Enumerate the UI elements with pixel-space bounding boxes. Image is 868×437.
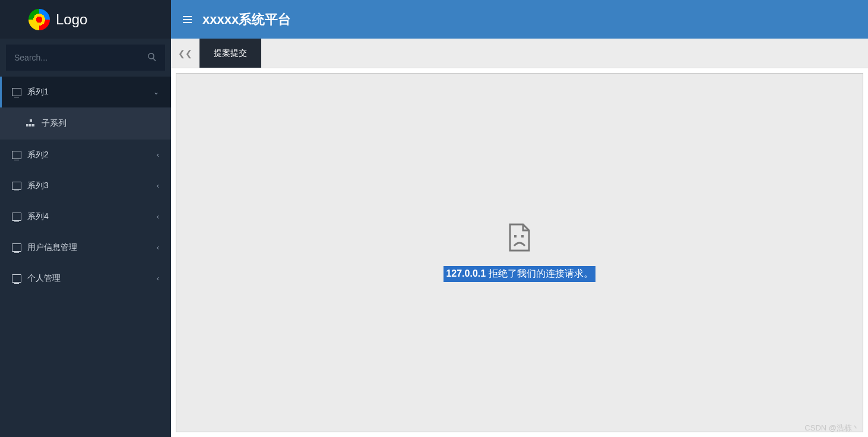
broken-page-icon — [508, 223, 531, 252]
sidebar-item-personal[interactable]: 个人管理 ‹ — [0, 263, 171, 294]
monitor-icon — [12, 213, 21, 221]
sidebar-item-series2[interactable]: 系列2 ‹ — [0, 140, 171, 170]
tab-bar: ❮❮ 提案提交 — [171, 39, 868, 68]
sidebar-item-label: 系列4 — [27, 211, 157, 222]
search-icon[interactable] — [147, 52, 157, 64]
sidebar-submenu: 子系列 — [0, 107, 171, 140]
logo-area: Logo — [0, 0, 171, 39]
logo-text: Logo — [56, 11, 87, 28]
chevron-left-icon: ‹ — [157, 274, 159, 283]
monitor-icon — [12, 243, 21, 252]
nav-menu: 系列1 ⌄ 子系列 系列2 ‹ 系列3 ‹ 系列4 — [0, 77, 171, 437]
chevron-left-icon: ‹ — [157, 151, 159, 159]
watermark: CSDN @浩栋丶 — [804, 423, 860, 433]
sidebar-subitem[interactable]: 子系列 — [0, 107, 171, 140]
chevron-down-icon: ⌄ — [153, 88, 159, 96]
sidebar-item-label: 子系列 — [42, 118, 159, 129]
search-box — [6, 45, 165, 71]
chevron-left-icon: ‹ — [157, 213, 159, 221]
sidebar-item-label: 系列2 — [27, 150, 157, 160]
sidebar-item-label: 系列1 — [27, 87, 153, 97]
error-message: 127.0.0.1 拒绝了我们的连接请求。 — [443, 266, 595, 282]
sidebar-item-label: 用户信息管理 — [27, 242, 157, 253]
app-title: xxxxx系统平台 — [202, 11, 291, 28]
hamburger-icon[interactable] — [183, 14, 192, 25]
monitor-icon — [12, 182, 21, 190]
sidebar-item-series4[interactable]: 系列4 ‹ — [0, 201, 171, 232]
monitor-icon — [12, 88, 21, 96]
tab-active[interactable]: 提案提交 — [199, 39, 261, 68]
sitemap-icon — [26, 119, 36, 128]
sidebar-item-label: 个人管理 — [27, 273, 157, 284]
chevron-left-icon: ‹ — [157, 182, 159, 190]
sidebar-item-label: 系列3 — [27, 180, 157, 191]
content-area: 127.0.0.1 拒绝了我们的连接请求。 CSDN @浩栋丶 — [171, 68, 868, 437]
sidebar-item-user-info[interactable]: 用户信息管理 ‹ — [0, 232, 171, 263]
tab-collapse-icon[interactable]: ❮❮ — [171, 39, 199, 68]
header: xxxxx系统平台 — [171, 0, 868, 39]
svg-rect-0 — [514, 235, 517, 238]
logo-icon — [28, 9, 50, 30]
main: xxxxx系统平台 ❮❮ 提案提交 127.0.0.1 拒绝了我们的连接请求。 — [171, 0, 868, 437]
sidebar-item-series3[interactable]: 系列3 ‹ — [0, 170, 171, 201]
svg-rect-1 — [521, 235, 524, 238]
iframe-error-view: 127.0.0.1 拒绝了我们的连接请求。 — [176, 73, 863, 432]
error-text: 拒绝了我们的连接请求。 — [486, 268, 593, 278]
tab-label: 提案提交 — [214, 48, 247, 59]
search-input[interactable] — [14, 53, 147, 62]
sidebar: Logo 系列1 ⌄ 子系列 — [0, 0, 171, 437]
monitor-icon — [12, 151, 21, 159]
error-ip: 127.0.0.1 — [446, 268, 486, 278]
sidebar-item-series1[interactable]: 系列1 ⌄ — [0, 77, 171, 107]
monitor-icon — [12, 274, 21, 283]
chevron-left-icon: ‹ — [157, 243, 159, 252]
